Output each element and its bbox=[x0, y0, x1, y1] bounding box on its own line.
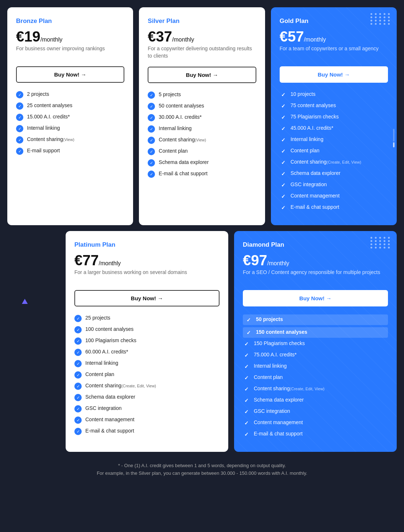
list-item: ✓ 50 content analyses bbox=[148, 102, 256, 110]
check-icon: ✓ bbox=[74, 371, 82, 379]
footnote-line2: For example, in the Silver plan, you can… bbox=[7, 470, 397, 477]
gold-feature-list: ✓ 10 projects ✓ 75 content analyses ✓ 75… bbox=[280, 91, 388, 211]
list-item: ✓ 45.000 A.I. credits* bbox=[280, 125, 388, 132]
scroll-indicator bbox=[393, 129, 395, 147]
list-item: ✓ Schema data explorer bbox=[243, 396, 388, 404]
list-item: ✓ E-mail & chat support bbox=[148, 170, 256, 178]
feature-text: 50 content analyses bbox=[159, 102, 204, 109]
diamond-plan-card: Diamond Plan €97/monthly For a SEO / Con… bbox=[234, 231, 397, 452]
list-item: ✓ 2 projects bbox=[16, 91, 124, 98]
list-item: ✓ 75.000 A.I. credits* bbox=[243, 351, 388, 359]
check-icon: ✓ bbox=[280, 136, 287, 144]
feature-text: 75 content analyses bbox=[291, 102, 336, 109]
check-icon: ✓ bbox=[243, 363, 250, 370]
list-item: ✓ 10 projects bbox=[280, 91, 388, 98]
footnote: * - One (1) A.I. credit gives between 1 … bbox=[7, 462, 397, 477]
dots-decoration bbox=[370, 13, 391, 25]
feature-text: E-mail & chat support bbox=[254, 430, 303, 437]
bronze-plan-price: €19/monthly bbox=[16, 29, 124, 44]
feature-text: 25 projects bbox=[85, 314, 110, 321]
check-icon: ✓ bbox=[74, 337, 82, 345]
feature-text: 150 Plagiarism checks bbox=[254, 340, 305, 347]
feature-text: Content management bbox=[85, 416, 135, 423]
list-item: ✓ 30.000 A.I. credits* bbox=[148, 114, 256, 121]
silver-plan-name: Silver Plan bbox=[148, 17, 256, 25]
feature-text: 25 content analyses bbox=[27, 102, 73, 109]
feature-text: 5 projects bbox=[159, 91, 181, 98]
feature-text: Content plan bbox=[291, 147, 319, 154]
check-icon: ✓ bbox=[16, 114, 23, 121]
bronze-buy-button[interactable]: Buy Now! → bbox=[16, 66, 124, 83]
check-icon: ✓ bbox=[280, 91, 287, 98]
list-item: ✓ Content sharing(View) bbox=[148, 136, 256, 144]
feature-text: E-mail & chat support bbox=[85, 427, 134, 434]
feature-text: Internal linking bbox=[254, 363, 287, 369]
check-icon: ✓ bbox=[243, 408, 250, 415]
check-icon: ✓ bbox=[148, 159, 155, 167]
platinum-plan-description: For a larger business working on several… bbox=[74, 269, 220, 283]
list-item: ✓ E-mail & chat support bbox=[280, 204, 388, 211]
feature-text: 60.000 A.I. credits* bbox=[85, 348, 128, 355]
platinum-plan-price: €77/monthly bbox=[74, 253, 220, 267]
list-item: ✓ GSC integration bbox=[243, 408, 388, 415]
list-item: ✓ Content sharing(Create, Edit, View) bbox=[243, 385, 388, 393]
diamond-plan-name: Diamond Plan bbox=[243, 241, 388, 249]
check-icon: ✓ bbox=[74, 349, 82, 356]
bronze-plan-card: Bronze Plan €19/monthly For business own… bbox=[7, 7, 133, 225]
gold-plan-description: For a team of copywriters or a small age… bbox=[280, 45, 388, 59]
list-item: ✓ 100 Plagiarism checks bbox=[74, 337, 220, 345]
check-icon: ✓ bbox=[243, 386, 250, 393]
list-item: ✓ 5 projects bbox=[148, 91, 256, 99]
feature-text: Internal linking bbox=[159, 125, 191, 132]
list-item: ✓ Content sharing(Create, Edit, View) bbox=[280, 159, 388, 166]
feature-text: 75.000 A.I. credits* bbox=[254, 351, 297, 358]
check-icon: ✓ bbox=[280, 125, 287, 132]
feature-text: Schema data explorer bbox=[254, 396, 304, 403]
check-icon: ✓ bbox=[280, 102, 287, 110]
silver-plan-description: For a copywriter delivering outstanding … bbox=[148, 45, 256, 59]
feature-text: 10 projects bbox=[291, 91, 315, 97]
check-icon: ✓ bbox=[74, 360, 82, 367]
check-icon: ✓ bbox=[280, 181, 287, 189]
bronze-plan-name: Bronze Plan bbox=[16, 17, 124, 25]
feature-text: Schema data explorer bbox=[159, 159, 209, 165]
feature-text: Content management bbox=[291, 192, 340, 199]
list-item: ✓ Internal linking bbox=[74, 360, 220, 367]
dots-decoration bbox=[370, 237, 391, 249]
check-icon: ✓ bbox=[74, 394, 82, 401]
list-item: ✓ Content plan bbox=[74, 371, 220, 379]
silver-buy-button[interactable]: Buy Now! → bbox=[148, 67, 256, 83]
silver-plan-price: €37/monthly bbox=[148, 29, 256, 44]
check-icon: ✓ bbox=[74, 383, 82, 390]
feature-text: GSC integration bbox=[254, 408, 290, 414]
feature-text: E-mail & chat support bbox=[291, 204, 339, 210]
bronze-plan-description: For business owner improving rankings bbox=[16, 45, 124, 59]
feature-text: 100 Plagiarism checks bbox=[85, 337, 136, 344]
check-icon: ✓ bbox=[243, 374, 250, 382]
diamond-buy-button[interactable]: Buy Now! → bbox=[243, 290, 388, 306]
feature-text: GSC integration bbox=[291, 181, 327, 188]
feature-text: Content plan bbox=[85, 371, 114, 378]
check-icon: ✓ bbox=[280, 193, 287, 200]
list-item: ✓ Content sharing(Create, Edit, View) bbox=[74, 382, 220, 390]
check-icon: ✓ bbox=[148, 148, 155, 155]
diamond-feature-list: ✓ 50 projects ✓ 150 content analyses ✓ 1… bbox=[243, 314, 388, 438]
feature-text: E-mail & chat support bbox=[159, 170, 207, 177]
check-icon: ✓ bbox=[148, 137, 155, 144]
list-item: ✓ 100 content analyses bbox=[74, 326, 220, 333]
platinum-buy-button[interactable]: Buy Now! → bbox=[74, 290, 220, 306]
check-icon: ✓ bbox=[148, 125, 155, 133]
list-item: ✓ 150 Plagiarism checks bbox=[243, 340, 388, 348]
list-item: ✓ 75 content analyses bbox=[280, 102, 388, 110]
list-item: ✓ Content plan bbox=[243, 374, 388, 382]
platinum-plan-card: Platinum Plan €77/monthly For a larger b… bbox=[66, 231, 228, 452]
feature-text: Content plan bbox=[159, 148, 187, 154]
check-icon: ✓ bbox=[280, 170, 287, 177]
check-icon: ✓ bbox=[243, 352, 250, 359]
list-item: ✓ E-mail & chat support bbox=[74, 427, 220, 435]
diamond-plan-description: For a SEO / Content agency responsible f… bbox=[243, 269, 388, 283]
check-icon: ✓ bbox=[280, 148, 287, 155]
gold-buy-button[interactable]: Buy Now! → bbox=[280, 66, 388, 83]
gold-plan-card: Gold Plan €57/monthly For a team of copy… bbox=[271, 7, 397, 225]
feature-text: Schema data explorer bbox=[85, 394, 135, 400]
